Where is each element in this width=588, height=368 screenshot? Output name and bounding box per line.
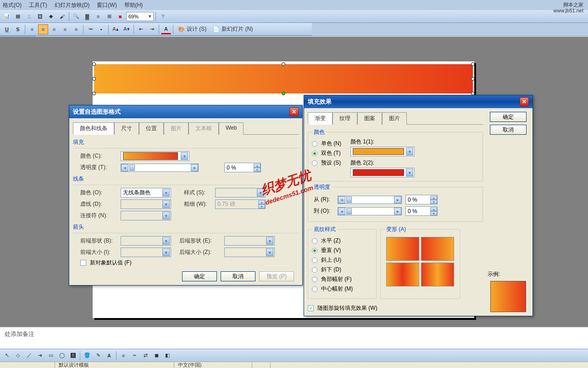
bullets-icon[interactable]: ▪ <box>96 24 106 34</box>
from-spin[interactable]: 0 %▴▾ <box>405 195 438 204</box>
numbering-icon[interactable]: ≔ <box>85 24 95 34</box>
from-corner-radio[interactable] <box>312 277 317 282</box>
menu-format[interactable]: 格式(O) <box>3 1 22 9</box>
from-slider[interactable]: ◂▸ <box>338 196 402 204</box>
design-button[interactable]: 🎨 设计 (S) <box>175 24 209 34</box>
align-left-icon[interactable]: ≡ <box>27 24 37 34</box>
show-format-icon[interactable]: ≡ <box>93 11 103 22</box>
help-icon[interactable]: ? <box>158 11 168 22</box>
connector-combo: ▾ <box>121 211 171 220</box>
transparency-spin[interactable]: 0 % ▴▾ <box>224 163 261 172</box>
preset-radio[interactable] <box>312 160 317 166</box>
chevron-down-icon[interactable]: ▾ <box>406 148 413 155</box>
variant-4[interactable] <box>421 263 454 286</box>
increase-indent-icon[interactable]: ⇥ <box>147 24 157 34</box>
two-color-radio[interactable] <box>312 151 317 156</box>
variant-2[interactable] <box>421 237 454 261</box>
horizontal-radio[interactable] <box>312 238 317 244</box>
underline-icon[interactable]: U <box>2 24 12 34</box>
chevron-down-icon[interactable]: ▾ <box>406 169 413 176</box>
paint-icon[interactable]: 🖌 <box>57 11 67 22</box>
grid-icon[interactable]: ⊞ <box>104 11 114 22</box>
chevron-down-icon[interactable]: ▾ <box>181 152 188 160</box>
autoshapes-icon[interactable]: ◇ <box>13 351 23 361</box>
shading-style-fieldset: 底纹样式 水平 (Z) 垂直 (V) 斜上 (U) 斜下 (D) 角部幅射 (F… <box>308 225 377 299</box>
rectangle-icon[interactable]: ▭ <box>46 351 56 361</box>
one-color-radio[interactable] <box>312 141 317 147</box>
zoom-combo[interactable]: 69%▾ <box>126 12 154 21</box>
line-color-combo[interactable]: 无线条颜色 ▾ <box>121 188 171 198</box>
to-spin[interactable]: 0 %▴▾ <box>405 206 438 216</box>
color-scheme-icon[interactable]: ■ <box>115 11 125 22</box>
tab-picture2[interactable]: 图片 <box>382 112 407 125</box>
variant-1[interactable] <box>386 237 419 261</box>
oval-icon[interactable]: ◯ <box>57 351 67 361</box>
chevron-down-icon[interactable]: ▾ <box>162 189 170 197</box>
menu-help[interactable]: 帮助(H) <box>124 1 143 9</box>
default-checkbox[interactable] <box>80 260 86 266</box>
close-icon[interactable]: ✕ <box>520 97 529 106</box>
font-color-icon[interactable]: A <box>161 24 171 34</box>
arrow-style-icon[interactable]: ⇄ <box>140 351 150 361</box>
ok-button[interactable]: 确定 <box>490 112 527 122</box>
new-slide-button[interactable]: 📄 新幻灯片 (N) <box>210 24 255 34</box>
from-center-radio[interactable] <box>312 286 317 292</box>
diag-down-radio[interactable] <box>312 267 317 273</box>
arrow-right-icon[interactable]: ▸ <box>191 164 198 171</box>
increase-font-icon[interactable]: A▴ <box>111 24 121 34</box>
fill-color-icon[interactable]: 🪣 <box>82 351 92 361</box>
tab-pattern[interactable]: 图案 <box>357 112 382 125</box>
textbox-icon[interactable]: 🅰 <box>68 351 78 361</box>
arrow-left-icon[interactable]: ◂ <box>121 164 128 171</box>
font-color2-icon[interactable]: A <box>104 351 114 361</box>
select-icon[interactable]: ↖ <box>2 351 12 361</box>
align-right-icon[interactable]: ≡ <box>49 24 59 34</box>
shadow-icon[interactable]: S <box>13 24 23 34</box>
dash-style-icon[interactable]: ┅ <box>129 351 139 361</box>
dialog1-titlebar[interactable]: 设置自选图形格式 ✕ <box>69 105 302 118</box>
color2-combo[interactable]: ▾ <box>350 168 415 177</box>
line-style2-icon[interactable]: ≡ <box>118 351 128 361</box>
menu-window[interactable]: 窗口(W) <box>97 1 116 9</box>
line-color2-icon[interactable]: ✎ <box>93 351 103 361</box>
color1-combo[interactable]: ▾ <box>350 147 415 156</box>
line-icon[interactable]: ／ <box>24 351 34 361</box>
tab-gradient[interactable]: 渐变 <box>308 112 333 125</box>
dialog2-titlebar[interactable]: 填充效果 ✕ <box>304 95 533 108</box>
decrease-font-icon[interactable]: A▾ <box>122 24 132 34</box>
tab-color-lines[interactable]: 颜色和线条 <box>73 122 114 135</box>
menu-slideshow[interactable]: 幻灯片放映(D) <box>55 1 90 9</box>
zoom-icon[interactable]: 🔍 <box>71 11 81 22</box>
distributed-icon[interactable]: ≡ <box>71 24 81 34</box>
variant-3[interactable] <box>386 263 419 286</box>
cancel-button[interactable]: 取消 <box>490 125 527 135</box>
align-center-icon[interactable]: ≡ <box>38 24 48 34</box>
to-slider[interactable]: ◂▸ <box>338 207 402 215</box>
table-icon[interactable]: ▦ <box>13 11 23 22</box>
selected-shape[interactable] <box>94 64 473 93</box>
tab-size[interactable]: 尺寸 <box>114 122 139 135</box>
clipart-icon[interactable]: 🖼 <box>35 11 45 22</box>
tab-position[interactable]: 位置 <box>139 122 164 135</box>
chart-icon[interactable]: 📊 <box>2 11 12 22</box>
arrow-icon[interactable]: ➔ <box>35 351 45 361</box>
slider-thumb[interactable] <box>129 165 135 171</box>
3d-style-icon[interactable]: ◧ <box>162 351 172 361</box>
orgchart-icon[interactable]: ⛬ <box>24 11 34 22</box>
color-toggle-icon[interactable]: ▓ <box>82 11 92 22</box>
cancel-button[interactable]: 取消 <box>221 271 255 281</box>
close-icon[interactable]: ✕ <box>289 107 299 116</box>
diag-up-radio[interactable] <box>312 258 317 263</box>
tab-web[interactable]: Web <box>219 122 244 135</box>
shapes-icon[interactable]: ◆ <box>46 11 56 22</box>
fill-color-combo[interactable]: ▾ <box>121 151 189 161</box>
align-justify-icon[interactable]: ≡ <box>60 24 70 34</box>
shadow-style-icon[interactable]: ◼ <box>151 351 161 361</box>
rotate-checkbox[interactable]: ✓ <box>308 305 314 311</box>
transparency-slider[interactable]: ◂ ▸ <box>121 164 199 172</box>
vertical-radio[interactable] <box>312 248 317 253</box>
decrease-indent-icon[interactable]: ⇤ <box>136 24 146 34</box>
tab-texture[interactable]: 纹理 <box>333 112 357 125</box>
ok-button[interactable]: 确定 <box>182 271 217 281</box>
menu-tools[interactable]: 工具(T) <box>29 1 47 9</box>
